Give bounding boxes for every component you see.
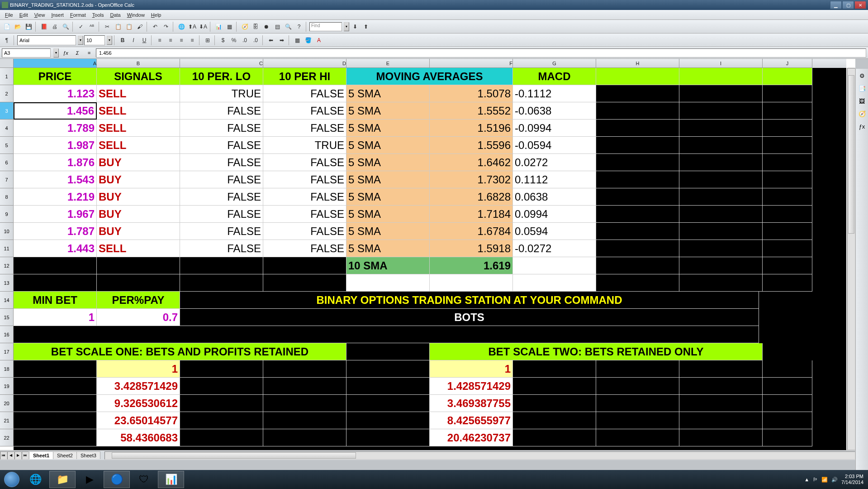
cell[interactable]	[180, 257, 263, 274]
menu-tools[interactable]: Tools	[89, 11, 107, 19]
cell[interactable]	[346, 360, 430, 378]
cell[interactable]: BUY	[97, 154, 180, 171]
cell[interactable]	[679, 429, 763, 446]
row-header[interactable]: 3	[0, 102, 14, 120]
cell[interactable]: FALSE	[263, 171, 346, 188]
taskbar-explorer-icon[interactable]: 📁	[49, 471, 76, 488]
row-header[interactable]: 21	[0, 412, 14, 429]
tray-expand-icon[interactable]: ▲	[804, 477, 809, 482]
cell[interactable]	[763, 120, 812, 137]
cell[interactable]	[763, 137, 812, 154]
functions-panel-icon[interactable]: ƒx	[857, 121, 867, 131]
cell[interactable]	[596, 68, 679, 85]
open-icon[interactable]: 📂	[13, 22, 23, 32]
cell[interactable]: 0.0594	[513, 223, 596, 240]
chart-icon[interactable]: 📊	[213, 22, 223, 32]
row-header[interactable]: 11	[0, 240, 14, 257]
cell[interactable]: 5 SMA	[346, 102, 430, 120]
cell[interactable]: MIN BET	[14, 292, 97, 309]
col-header-g[interactable]: G	[513, 59, 596, 68]
italic-icon[interactable]: I	[128, 35, 138, 45]
cell[interactable]	[679, 85, 763, 102]
cell[interactable]: FALSE	[180, 206, 263, 223]
cell[interactable]	[763, 395, 812, 412]
cell[interactable]	[763, 85, 812, 102]
align-center-icon[interactable]: ≡	[166, 35, 175, 45]
cell[interactable]	[346, 343, 430, 360]
scrollbar-thumb[interactable]	[112, 452, 356, 459]
cell[interactable]	[763, 154, 812, 171]
copy-icon[interactable]: 📋	[113, 22, 123, 32]
cell[interactable]: 9.326530612	[97, 395, 180, 412]
row-header[interactable]: 9	[0, 206, 14, 223]
cell[interactable]	[513, 395, 596, 412]
cell[interactable]: FALSE	[263, 102, 346, 120]
spellcheck-icon[interactable]: ✓	[76, 22, 86, 32]
row-header[interactable]: 20	[0, 395, 14, 412]
cell[interactable]: 0.0272	[513, 154, 596, 171]
row-header[interactable]: 14	[0, 292, 14, 309]
paste-icon[interactable]: 📋	[124, 22, 134, 32]
cell[interactable]	[180, 395, 263, 412]
cell[interactable]: 5 SMA	[346, 171, 430, 188]
close-button[interactable]: ✕	[854, 1, 866, 9]
cell[interactable]	[763, 102, 812, 120]
cell[interactable]	[763, 257, 812, 274]
cell[interactable]	[346, 378, 430, 395]
row-header[interactable]: 7	[0, 171, 14, 188]
tray-action-icon[interactable]: 🏳	[813, 477, 818, 482]
sort-asc-icon[interactable]: ⬆A	[187, 22, 197, 32]
cell[interactable]	[763, 412, 812, 429]
cell[interactable]	[763, 360, 812, 378]
del-decimal-icon[interactable]: .0	[251, 35, 261, 45]
cell[interactable]: FALSE	[180, 188, 263, 206]
cell[interactable]: BOTS	[180, 309, 759, 326]
cell[interactable]	[596, 395, 679, 412]
cell[interactable]: 5 SMA	[346, 188, 430, 206]
headers-icon[interactable]: ▤	[272, 22, 282, 32]
print-icon[interactable]: 🖨	[50, 22, 60, 32]
row-header[interactable]: 15	[0, 309, 14, 326]
vertical-scrollbar[interactable]	[847, 68, 855, 450]
cell[interactable]: 1.7302	[430, 171, 513, 188]
record-icon[interactable]: ⏺	[261, 22, 271, 32]
cell[interactable]	[14, 429, 97, 446]
sheet-tab-3[interactable]: Sheet3	[76, 451, 100, 459]
cell[interactable]: 5 SMA	[346, 206, 430, 223]
find-input[interactable]: Find	[309, 22, 342, 31]
size-dropdown-icon[interactable]: ▼	[107, 36, 112, 45]
tab-prev-icon[interactable]: ◀	[7, 451, 14, 460]
taskbar-ie-icon[interactable]: 🌐	[22, 471, 48, 488]
cell[interactable]: 10 PER. LO	[180, 68, 263, 85]
cell[interactable]	[596, 137, 679, 154]
cell[interactable]: TRUE	[180, 85, 263, 102]
menu-file[interactable]: File	[2, 11, 16, 19]
datasources-icon[interactable]: 🗄	[251, 22, 261, 32]
cell[interactable]	[513, 429, 596, 446]
cell[interactable]: 1	[97, 360, 180, 378]
cell[interactable]: FALSE	[263, 120, 346, 137]
cell[interactable]: FALSE	[263, 240, 346, 257]
sum-icon[interactable]: Σ	[72, 48, 82, 58]
format-paint-icon[interactable]: 🖌	[135, 22, 145, 32]
cell[interactable]: 1.456	[14, 102, 97, 120]
cell[interactable]	[263, 429, 346, 446]
col-header-f[interactable]: F	[430, 59, 513, 68]
cell[interactable]	[596, 378, 679, 395]
cell[interactable]: 1.219	[14, 188, 97, 206]
cell[interactable]: 1.428571429	[430, 378, 513, 395]
percent-icon[interactable]: %	[229, 35, 239, 45]
cell[interactable]: 0.7	[97, 309, 180, 326]
col-header-e[interactable]: E	[346, 59, 430, 68]
cell[interactable]	[596, 85, 679, 102]
cell[interactable]	[180, 412, 263, 429]
cell[interactable]: 3.428571429	[97, 378, 180, 395]
tab-last-icon[interactable]: ⏭	[22, 451, 29, 460]
cell[interactable]	[679, 68, 763, 85]
cell[interactable]	[763, 188, 812, 206]
cell[interactable]: 5 SMA	[346, 137, 430, 154]
cell[interactable]: FALSE	[180, 120, 263, 137]
cell[interactable]: 1	[14, 309, 97, 326]
cell[interactable]: BUY	[97, 188, 180, 206]
row-header[interactable]: 16	[0, 326, 14, 343]
